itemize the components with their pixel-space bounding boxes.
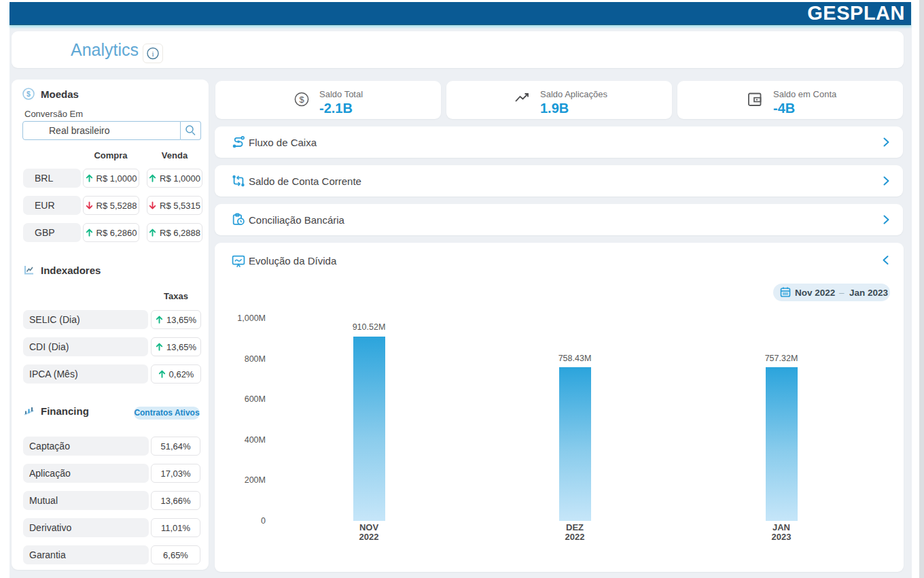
svg-text:$: $ [26, 90, 31, 98]
svg-text:i: i [152, 50, 154, 58]
svg-text:$: $ [299, 95, 304, 105]
